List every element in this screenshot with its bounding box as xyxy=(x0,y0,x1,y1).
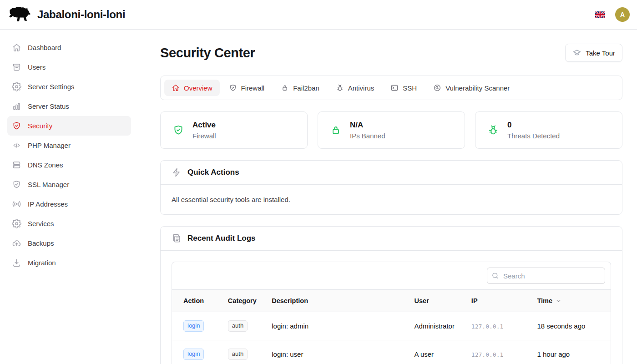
boar-logo xyxy=(7,6,31,23)
sidebar-item-label: Security xyxy=(28,122,52,130)
sidebar-item-ip-addresses[interactable]: IP Addresses xyxy=(7,194,131,214)
sidebar-item-label: Migration xyxy=(28,259,56,267)
stat-value: 0 xyxy=(507,121,560,130)
audit-logs-table: Action Category Description User IP Time xyxy=(172,289,611,364)
uk-flag-icon[interactable] xyxy=(595,11,605,18)
sidebar-item-label: IP Addresses xyxy=(28,200,68,208)
tab-label: Overview xyxy=(184,84,212,92)
stat-label: IPs Banned xyxy=(350,132,385,140)
stats-row: Active Firewall N/A IPs Banned 0 Threats… xyxy=(160,111,622,149)
brand-title: Jabaloni-loni-loni xyxy=(37,8,125,21)
radio-icon xyxy=(12,199,21,209)
sidebar-item-label: Dashboard xyxy=(28,44,61,51)
sidebar-item-migration[interactable]: Migration xyxy=(7,253,131,273)
take-tour-button[interactable]: Take Tour xyxy=(565,44,622,62)
tab-ssh[interactable]: SSH xyxy=(383,80,424,96)
avatar[interactable]: A xyxy=(615,7,630,22)
user-cell: Administrator xyxy=(409,312,466,340)
page-title: Security Center xyxy=(160,46,255,61)
bug-icon xyxy=(487,124,499,136)
sidebar-item-security[interactable]: Security xyxy=(7,116,131,136)
bug-icon xyxy=(336,84,344,92)
brand[interactable]: Jabaloni-loni-loni xyxy=(7,6,125,23)
lock-icon xyxy=(330,124,342,136)
documents-icon xyxy=(172,233,182,243)
shield-check-icon xyxy=(12,121,21,131)
sidebar-item-dns-zones[interactable]: DNS Zones xyxy=(7,155,131,175)
tab-label: Fail2ban xyxy=(293,84,319,92)
tab-fail2ban[interactable]: Fail2ban xyxy=(273,80,327,96)
sidebar-item-label: Server Status xyxy=(28,102,69,110)
category-badge: auth xyxy=(228,320,248,332)
audit-logs-title: Recent Audit Logs xyxy=(187,234,256,243)
home-icon xyxy=(172,84,180,92)
tab-label: Antivirus xyxy=(348,84,374,92)
column-header-label: Time xyxy=(537,297,552,304)
stat-card-firewall: Active Firewall xyxy=(160,111,308,149)
sidebar-item-ssl-manager[interactable]: SSL Manager xyxy=(7,175,131,194)
tab-label: Firewall xyxy=(241,84,265,92)
column-header-action[interactable]: Action xyxy=(172,290,222,312)
table-row[interactable]: login auth login: admin Administrator 12… xyxy=(172,312,611,340)
audit-logs-table-container: Action Category Description User IP Time xyxy=(172,262,611,364)
tab-label: Vulnerability Scanner xyxy=(445,84,510,92)
sidebar-item-label: Backups xyxy=(28,239,54,247)
sidebar-item-label: DNS Zones xyxy=(28,161,63,169)
stat-label: Firewall xyxy=(192,132,216,140)
column-header-description[interactable]: Description xyxy=(266,290,409,312)
table-row[interactable]: login auth login: user A user 127.0.0.1 … xyxy=(172,340,611,364)
tab-vulnerability-scanner[interactable]: Vulnerability Scanner xyxy=(426,80,517,96)
sidebar: Dashboard Users Server Settings Server S… xyxy=(0,30,138,364)
sidebar-item-backups[interactable]: Backups xyxy=(7,233,131,253)
shield-check-icon xyxy=(229,84,237,92)
quick-actions-card: Quick Actions All essential security too… xyxy=(160,160,622,215)
column-header-ip[interactable]: IP xyxy=(466,290,532,312)
topbar: Jabaloni-loni-loni A xyxy=(0,0,637,30)
main-content: Security Center Take Tour Overview Firew… xyxy=(138,30,637,364)
action-badge: login xyxy=(183,349,204,360)
shield-check-icon xyxy=(12,180,21,189)
sidebar-item-label: Services xyxy=(28,220,54,228)
quick-actions-title: Quick Actions xyxy=(187,168,239,177)
stat-card-threats: 0 Threats Detected xyxy=(475,111,622,149)
sidebar-item-dashboard[interactable]: Dashboard xyxy=(7,38,131,57)
gear-icon xyxy=(12,82,21,91)
sidebar-item-server-settings[interactable]: Server Settings xyxy=(7,77,131,96)
sidebar-item-label: SSL Manager xyxy=(28,181,69,188)
search-input[interactable] xyxy=(487,268,605,284)
tab-overview[interactable]: Overview xyxy=(164,80,220,96)
download-icon xyxy=(12,258,21,268)
security-tabs: Overview Firewall Fail2ban Antivirus SSH… xyxy=(160,76,622,100)
home-icon xyxy=(12,43,21,52)
category-badge: auth xyxy=(228,349,248,360)
audit-search xyxy=(487,268,605,284)
gear-icon xyxy=(12,219,21,228)
tab-antivirus[interactable]: Antivirus xyxy=(329,80,382,96)
sidebar-item-label: Users xyxy=(28,63,46,71)
bar-chart-icon xyxy=(12,101,21,111)
stat-value: Active xyxy=(192,121,216,130)
sidebar-item-label: Server Settings xyxy=(28,83,75,91)
search-circle-icon xyxy=(433,84,441,92)
sidebar-item-server-status[interactable]: Server Status xyxy=(7,96,131,116)
zap-icon xyxy=(172,167,182,177)
column-header-time[interactable]: Time xyxy=(531,290,611,312)
tab-firewall[interactable]: Firewall xyxy=(222,80,272,96)
action-badge: login xyxy=(183,320,204,332)
lock-icon xyxy=(281,84,289,92)
server-icon xyxy=(12,160,21,170)
sidebar-item-users[interactable]: Users xyxy=(7,57,131,77)
ip-cell: 127.0.0.1 xyxy=(471,323,503,330)
column-header-user[interactable]: User xyxy=(409,290,466,312)
take-tour-label: Take Tour xyxy=(586,49,615,57)
time-cell: 1 hour ago xyxy=(531,340,611,364)
sidebar-item-php-manager[interactable]: PHP Manager xyxy=(7,136,131,155)
sidebar-item-services[interactable]: Services xyxy=(7,214,131,233)
column-header-category[interactable]: Category xyxy=(222,290,266,312)
tab-label: SSH xyxy=(403,84,417,92)
code-icon xyxy=(12,141,21,150)
graduation-cap-icon xyxy=(572,48,581,57)
stat-label: Threats Detected xyxy=(507,132,560,140)
user-cell: A user xyxy=(409,340,466,364)
ip-cell: 127.0.0.1 xyxy=(471,351,503,358)
